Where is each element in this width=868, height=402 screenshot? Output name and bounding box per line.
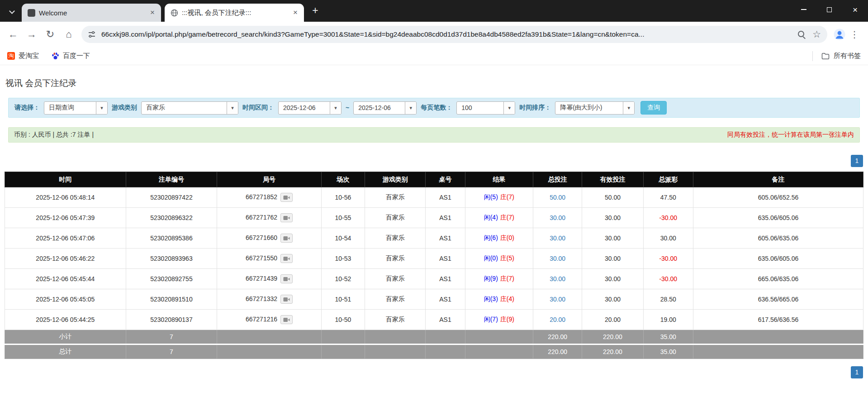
- chevron-down-icon[interactable]: ▾: [96, 102, 107, 114]
- search-button[interactable]: 查询: [640, 101, 667, 115]
- address-bar[interactable]: 66cxkj98.com/ipl/portal.php/game/betreco…: [81, 26, 827, 43]
- cell-total-bet-link[interactable]: 50.00: [533, 187, 582, 208]
- video-icon[interactable]: [280, 234, 293, 243]
- chevron-down-icon[interactable]: ▾: [405, 102, 416, 114]
- date-from-select[interactable]: 2025-12-06 ▾: [278, 101, 342, 115]
- cell-total-bet-link[interactable]: 20.00: [533, 310, 582, 330]
- total-payout: 35.00: [643, 345, 693, 359]
- empty-cell: [321, 330, 365, 345]
- query-type-select[interactable]: 日期查询 ▾: [44, 101, 108, 115]
- round-number: 667271660: [246, 234, 277, 241]
- tab-betrecord[interactable]: :::视讯, 会员下注纪录::: ×: [165, 4, 304, 22]
- video-icon[interactable]: [280, 274, 293, 283]
- cell-bet-id: 523020892755: [126, 269, 217, 289]
- bookmark-label: 爱淘宝: [19, 52, 39, 60]
- chevron-down-icon[interactable]: ▾: [330, 102, 341, 114]
- cell-session: 10-54: [321, 228, 365, 249]
- all-bookmarks-button[interactable]: 所有书签: [812, 51, 861, 61]
- forward-button[interactable]: →: [23, 26, 40, 43]
- cell-valid-bet: 30.00: [582, 249, 643, 269]
- filter-bar: 请选择： 日期查询 ▾ 游戏类别 百家乐 ▾ 时间区间： 2025-12-06 …: [8, 98, 860, 118]
- video-icon[interactable]: [280, 315, 293, 324]
- cell-total-bet-link[interactable]: 30.00: [533, 249, 582, 269]
- cell-session: 10-52: [321, 269, 365, 289]
- result-banker: 庄(4): [500, 295, 514, 302]
- page-1-button[interactable]: 1: [851, 155, 863, 167]
- video-icon[interactable]: [280, 213, 293, 222]
- maximize-button[interactable]: [816, 0, 842, 19]
- tab-welcome[interactable]: Welcome ×: [22, 4, 161, 22]
- cell-total-bet-link[interactable]: 30.00: [533, 269, 582, 289]
- tab-search-button[interactable]: [5, 5, 19, 19]
- result-player: 闲(5): [484, 193, 498, 201]
- cell-session: 10-50: [321, 310, 365, 330]
- page-1-button[interactable]: 1: [851, 366, 863, 378]
- cell-valid-bet: 30.00: [582, 208, 643, 228]
- result-player: 闲(0): [484, 254, 498, 262]
- tune-icon[interactable]: [88, 30, 96, 38]
- cell-session: 10-51: [321, 289, 365, 310]
- date-to-select[interactable]: 2025-12-06 ▾: [353, 101, 417, 115]
- profile-avatar-icon[interactable]: [832, 27, 847, 42]
- subtotal-valid-bet: 220.00: [582, 330, 643, 345]
- close-icon[interactable]: ×: [290, 8, 300, 18]
- round-number: 667271762: [246, 214, 277, 221]
- bookmark-star-icon[interactable]: ☆: [812, 29, 821, 40]
- cell-game: 百家乐: [365, 269, 426, 289]
- bookmark-baidu[interactable]: 百度一下: [52, 52, 90, 60]
- result-player: 闲(4): [484, 214, 498, 221]
- cell-note: 636.56/665.06: [693, 289, 863, 310]
- close-window-button[interactable]: ×: [842, 0, 868, 19]
- video-icon[interactable]: [280, 254, 293, 263]
- sort-select[interactable]: 降幂(由大到小) ▾: [555, 101, 635, 115]
- cell-game: 百家乐: [365, 187, 426, 208]
- empty-cell: [426, 345, 465, 359]
- round-number: 667271550: [246, 254, 277, 262]
- subtotal-count: 7: [126, 330, 217, 345]
- cell-session: 10-53: [321, 249, 365, 269]
- taobao-icon: 淘: [7, 52, 15, 60]
- bookmark-aitaobao[interactable]: 淘 爱淘宝: [7, 52, 39, 60]
- empty-cell: [426, 330, 465, 345]
- back-button[interactable]: ←: [5, 26, 22, 43]
- video-icon[interactable]: [280, 193, 293, 202]
- cell-payout: -30.00: [643, 249, 693, 269]
- close-icon[interactable]: ×: [147, 8, 157, 18]
- round-number: 667271216: [246, 316, 277, 323]
- new-tab-button[interactable]: +: [308, 4, 322, 18]
- col-header-result: 结果: [465, 172, 533, 187]
- cell-game: 百家乐: [365, 289, 426, 310]
- cell-time: 2025-12-06 05:44:25: [5, 310, 126, 330]
- zoom-icon[interactable]: [797, 30, 806, 39]
- cell-bet-id: 523020890137: [126, 310, 217, 330]
- chevron-down-icon[interactable]: ▾: [503, 102, 515, 114]
- video-icon[interactable]: [280, 295, 293, 304]
- minimize-icon: [801, 9, 806, 10]
- cell-total-bet-link[interactable]: 30.00: [533, 208, 582, 228]
- browser-titlebar: Welcome × :::视讯, 会员下注纪录::: × + ×: [0, 0, 868, 22]
- minimize-button[interactable]: [791, 0, 816, 19]
- reload-button[interactable]: ↻: [42, 26, 59, 43]
- cell-payout: 30.00: [643, 228, 693, 249]
- page-size-select[interactable]: 100 ▾: [456, 101, 515, 115]
- cell-total-bet-link[interactable]: 30.00: [533, 228, 582, 249]
- url-text[interactable]: 66cxkj98.com/ipl/portal.php/game/betreco…: [101, 30, 792, 38]
- cell-result: 闲(6)庄(0): [465, 228, 533, 249]
- game-type-select[interactable]: 百家乐 ▾: [141, 101, 238, 115]
- chevron-down-icon[interactable]: ▾: [227, 102, 238, 114]
- table-row: 2025-12-06 05:45:44 523020892755 6672714…: [5, 269, 863, 289]
- cell-time: 2025-12-06 05:47:39: [5, 208, 126, 228]
- menu-icon[interactable]: ⋮: [847, 29, 862, 40]
- cell-note: 605.06/635.06: [693, 228, 863, 249]
- cell-result: 闲(5)庄(7): [465, 187, 533, 208]
- empty-cell: [693, 345, 863, 359]
- cell-note: 605.06/652.56: [693, 187, 863, 208]
- cell-total-bet-link[interactable]: 30.00: [533, 289, 582, 310]
- round-number: 667271332: [246, 295, 277, 302]
- col-header-total-bet: 总投注: [533, 172, 582, 187]
- chevron-down-icon[interactable]: ▾: [623, 102, 634, 114]
- cell-note: 635.06/605.06: [693, 208, 863, 228]
- globe-icon: [171, 9, 178, 17]
- home-button[interactable]: ⌂: [60, 26, 77, 43]
- welcome-favicon-icon: [28, 9, 35, 17]
